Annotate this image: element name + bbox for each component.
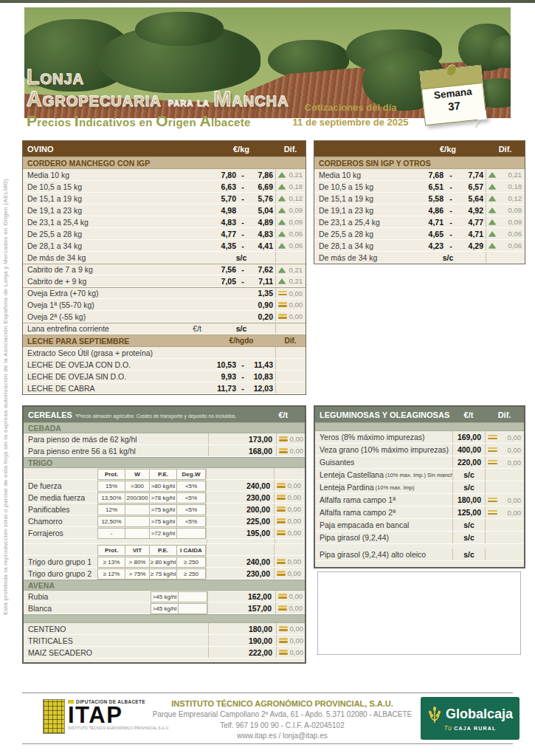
- price-dash: -: [446, 240, 456, 251]
- table-row: Oveja 2ª (-55 kg)0,200,00: [23, 311, 306, 323]
- spec-value: <5%: [176, 516, 206, 527]
- price-high: 4,77: [456, 216, 486, 227]
- equals-bar: [278, 302, 287, 304]
- up-arrow-icon: [489, 184, 496, 189]
- row-label-text: De más de 34 kg: [27, 253, 86, 262]
- row-label: De media fuerza: [24, 492, 97, 503]
- row-label: MAIZ SECADERO: [24, 647, 208, 658]
- price-dash: -: [446, 205, 456, 216]
- gap-cell: [206, 504, 228, 515]
- copyright-vertical-text: Está prohibida la reproducción total o p…: [2, 139, 9, 615]
- price-dash: -: [238, 371, 247, 382]
- price-value: 157,00: [229, 602, 275, 614]
- leche-dif-header: Dif.: [275, 337, 306, 345]
- dif-cell: 0,21: [275, 264, 306, 275]
- dif-cell: 0,12: [275, 193, 306, 204]
- table-row: De 15,1 a 19 kg5,70-5,760,12: [23, 193, 306, 205]
- row-label: Lana entrefina corriente€/t: [23, 323, 207, 334]
- table-row: Forrajeros->72 kg/hl195,000,00: [24, 527, 305, 539]
- dif-cell: [275, 323, 306, 334]
- dif-value: 0,00: [290, 648, 304, 656]
- spec-value: [176, 528, 206, 539]
- dif-value: 0,00: [288, 493, 302, 501]
- equals-icon: [488, 435, 497, 440]
- spec-header-row: Prot.VITP.E.I CAIDA: [24, 544, 305, 556]
- equals-bar: [279, 641, 288, 643]
- row-label: Lenteja Castellana(10% max. Imp.) Sin ma…: [315, 469, 452, 481]
- price-value: 400,00: [452, 444, 485, 456]
- row-label: Forrajeros: [24, 527, 97, 538]
- dif-cell: [485, 469, 524, 481]
- equals-bar: [279, 638, 288, 640]
- price-low: [207, 347, 238, 358]
- equals-icon: [279, 650, 288, 655]
- up-arrow-icon: [278, 172, 286, 177]
- gap-cell: [206, 568, 228, 579]
- row-label-text: De 23,1 a 25,4 kg: [27, 218, 89, 227]
- row-label: De 28,1 a 34 kg: [314, 240, 410, 251]
- table-row: TRITICALES190,000,00: [24, 635, 305, 647]
- spec-value: [125, 516, 150, 527]
- table-row: Lenteja Pardina(10% max. Imp)s/c: [315, 481, 524, 494]
- equals-icon: [278, 291, 287, 296]
- row-label: Panificables: [24, 504, 97, 515]
- row-label-text: De 28,1 a 34 kg: [319, 241, 373, 250]
- row-label: Veza grano (10% máximo impurezas): [315, 444, 452, 456]
- gap-cell: [206, 492, 228, 503]
- spacer: [229, 539, 275, 543]
- row-label: Para pienso de más de 62 kg/hl: [24, 433, 208, 444]
- dif-value: 0,21: [289, 171, 303, 179]
- dif-cell-empty: [274, 468, 304, 479]
- dif-value: 0,00: [288, 517, 302, 525]
- table-row: De más de 34 kgs/c: [314, 252, 525, 264]
- row-label-text: De 25,5 a 28 kg: [319, 230, 373, 238]
- price-low: 10,53: [207, 359, 238, 370]
- up-arrow-icon: [489, 207, 496, 213]
- price-value: 240,00: [228, 556, 274, 567]
- spec-value: -: [97, 528, 125, 539]
- institute-web-link[interactable]: www.itap.es / lonja@itap.es: [144, 731, 421, 742]
- spec-value: >78 kg/hl: [149, 492, 177, 504]
- spec-value: [178, 591, 207, 602]
- table-row: Guisantes220,000,00: [315, 456, 524, 469]
- equals-icon: [279, 638, 288, 643]
- price-value: 222,00: [230, 647, 276, 658]
- row-label-text: De 15,1 a 19 kg: [319, 194, 373, 203]
- dif-cell: 0,00: [274, 480, 304, 491]
- equals-bar: [278, 317, 287, 319]
- row-label: Rubia: [24, 591, 151, 602]
- dif-value: 0,09: [289, 206, 303, 214]
- equals-bar: [277, 506, 286, 509]
- footer-rule-bottom: [22, 743, 513, 744]
- dif-cell: 0,18: [486, 181, 525, 192]
- spec-column-header: Deg.W: [176, 469, 206, 480]
- row-label-text: Pipa girasol (9,2,44) alto oleico: [320, 550, 426, 559]
- row-unit: €/t: [193, 324, 207, 333]
- table-row: Oveja 1ª (55-70 kg)0,900,00: [23, 299, 306, 311]
- equals-bar: [488, 498, 497, 500]
- footer-contact-block: INSTITUTO TÉCNICO AGRONÓMICO PROVINCIAL,…: [144, 699, 421, 742]
- row-label: De 23,1 a 25,4 kg: [23, 216, 207, 227]
- dif-value: 0,06: [508, 230, 522, 238]
- dif-cell: 0,00: [276, 445, 306, 456]
- table-row: De 28,1 a 34 kg4,35-4,410,06: [23, 240, 306, 252]
- up-arrow-icon: [278, 231, 286, 236]
- table-row: De 23,1 a 25,4 kg4,71-4,770,09: [314, 216, 525, 228]
- ovino-table: OVINO€/kgDif.CORDERO MANCHEGO CON IGPMed…: [22, 140, 306, 395]
- table-row: Lana entrefina corriente€/ts/c: [23, 323, 306, 334]
- subheader-title: CORDERO MANCHEGO CON IGP: [23, 159, 306, 168]
- equals-bar: [279, 650, 288, 652]
- no-quote-value: s/c: [207, 323, 275, 334]
- equals-bar: [277, 571, 286, 573]
- dif-cell: 0,06: [486, 228, 525, 239]
- spec-value: 12,50%: [97, 516, 125, 527]
- price-low: 4,77: [207, 228, 238, 239]
- tree-cluster: [135, 12, 224, 46]
- row-label-text: De 23,1 a 25,4 kg: [319, 218, 380, 227]
- gap-cell: [208, 445, 230, 456]
- dif-value: 0,09: [508, 206, 522, 214]
- price-high: 11,43: [247, 359, 275, 370]
- row-label: Trigo duro grupo 2: [24, 568, 97, 579]
- gap-cell: [208, 623, 230, 634]
- price-value: 240,00: [228, 480, 274, 491]
